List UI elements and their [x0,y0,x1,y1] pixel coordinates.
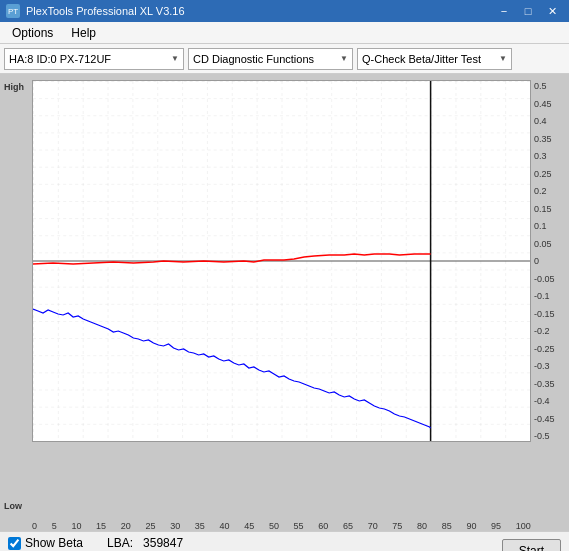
y-right-19: -0.45 [534,414,564,424]
y-right-16: -0.3 [534,361,564,371]
x-label-75: 75 [392,521,402,531]
y-right-8: 0.1 [534,221,564,231]
function-dropdown[interactable]: CD Diagnostic Functions ▼ [188,48,353,70]
y-right-11: -0.05 [534,274,564,284]
y-right-3: 0.35 [534,134,564,144]
y-right-13: -0.15 [534,309,564,319]
device-dropdown[interactable]: HA:8 ID:0 PX-712UF ▼ [4,48,184,70]
y-right-20: -0.5 [534,431,564,441]
y-right-0: 0.5 [534,81,564,91]
y-right-4: 0.3 [534,151,564,161]
x-label-25: 25 [145,521,155,531]
lba-label: LBA: [107,536,133,550]
title-bar-text: PlexTools Professional XL V3.16 [26,5,185,17]
title-bar: PT PlexTools Professional XL V3.16 − □ ✕ [0,0,569,22]
y-right-18: -0.4 [534,396,564,406]
y-right-10: 0 [534,256,564,266]
menu-help[interactable]: Help [63,24,104,42]
x-label-50: 50 [269,521,279,531]
x-label-30: 30 [170,521,180,531]
show-beta-row: Show Beta LBA: 359847 [8,536,183,550]
x-label-5: 5 [52,521,57,531]
y-label-high: High [4,82,24,92]
x-label-45: 45 [244,521,254,531]
x-label-35: 35 [195,521,205,531]
x-label-55: 55 [294,521,304,531]
menu-options[interactable]: Options [4,24,61,42]
x-label-40: 40 [220,521,230,531]
device-value: HA:8 ID:0 PX-712UF [9,53,111,65]
y-right-9: 0.05 [534,239,564,249]
menu-bar: Options Help [0,22,569,44]
x-label-80: 80 [417,521,427,531]
test-dropdown-arrow: ▼ [499,54,507,63]
y-right-15: -0.25 [534,344,564,354]
title-bar-buttons[interactable]: − □ ✕ [493,3,563,19]
x-label-20: 20 [121,521,131,531]
close-button[interactable]: ✕ [541,3,563,19]
lba-value: 359847 [143,536,183,550]
chart-svg [33,81,530,441]
toolbar: HA:8 ID:0 PX-712UF ▼ CD Diagnostic Funct… [0,44,569,74]
y-right-7: 0.15 [534,204,564,214]
start-button[interactable]: Start [502,539,561,551]
bottom-bar: Show Beta LBA: 359847 Show Jitter Start … [0,531,569,551]
x-label-65: 65 [343,521,353,531]
title-bar-left: PT PlexTools Professional XL V3.16 [6,4,185,18]
graph-panel: High Low [0,74,569,531]
x-label-85: 85 [442,521,452,531]
device-dropdown-arrow: ▼ [171,54,179,63]
y-right-6: 0.2 [534,186,564,196]
maximize-button[interactable]: □ [517,3,539,19]
x-label-10: 10 [71,521,81,531]
y-label-low: Low [4,501,22,511]
test-dropdown[interactable]: Q-Check Beta/Jitter Test ▼ [357,48,512,70]
show-beta-label: Show Beta [25,536,83,550]
main-content: High Low [0,74,569,531]
x-label-0: 0 [32,521,37,531]
x-label-15: 15 [96,521,106,531]
y-right-12: -0.1 [534,291,564,301]
function-value: CD Diagnostic Functions [193,53,314,65]
x-label-95: 95 [491,521,501,531]
show-beta-checkbox[interactable] [8,537,21,550]
x-label-90: 90 [466,521,476,531]
y-right-2: 0.4 [534,116,564,126]
minimize-button[interactable]: − [493,3,515,19]
x-label-100: 100 [516,521,531,531]
function-dropdown-arrow: ▼ [340,54,348,63]
y-right-14: -0.2 [534,326,564,336]
y-right-5: 0.25 [534,169,564,179]
app-icon: PT [6,4,20,18]
y-right-1: 0.45 [534,99,564,109]
x-label-70: 70 [368,521,378,531]
y-right-17: -0.35 [534,379,564,389]
test-value: Q-Check Beta/Jitter Test [362,53,481,65]
x-label-60: 60 [318,521,328,531]
controls-row1: Show Beta LBA: 359847 Show Jitter Start [8,536,561,551]
